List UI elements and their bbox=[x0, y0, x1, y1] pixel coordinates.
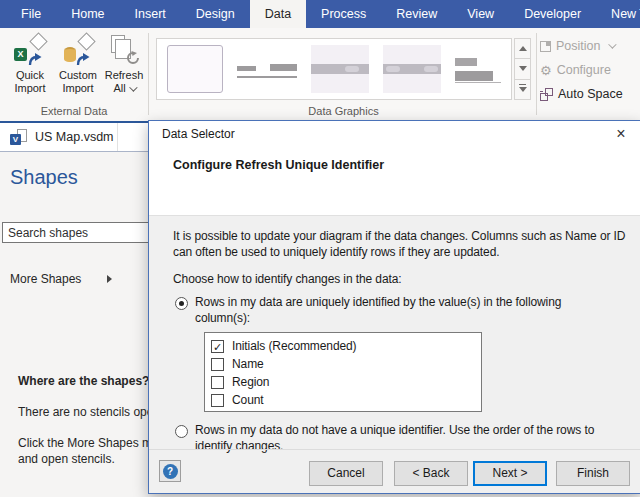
checkbox-icon[interactable] bbox=[211, 394, 224, 407]
auto-space-icon bbox=[540, 88, 553, 101]
gallery-thumbnail[interactable] bbox=[455, 45, 501, 93]
import-arrow-icon bbox=[76, 53, 91, 66]
tab-new-tab[interactable]: New Tab bbox=[596, 0, 640, 28]
app-window: File Home Insert Design Data Process Rev… bbox=[0, 0, 640, 497]
finish-button[interactable]: Finish bbox=[556, 461, 630, 486]
list-item-region[interactable]: Region bbox=[211, 373, 481, 391]
group-separator bbox=[148, 33, 149, 115]
group-separator bbox=[536, 33, 537, 115]
more-arrow-icon bbox=[519, 87, 527, 92]
document-tab[interactable]: V US Map.vsdm bbox=[0, 123, 118, 151]
list-item-count[interactable]: Count bbox=[211, 391, 481, 409]
refresh-all-icon bbox=[108, 34, 140, 66]
tab-developer[interactable]: Developer bbox=[509, 0, 596, 28]
dialog-title: Data Selector bbox=[162, 127, 235, 141]
position-icon bbox=[540, 41, 551, 52]
gallery-scroll-down-button[interactable] bbox=[514, 59, 531, 79]
shapes-help-heading: Where are the shapes? bbox=[18, 374, 153, 388]
gallery-scrollbar bbox=[514, 38, 531, 100]
list-item-name[interactable]: Name bbox=[211, 355, 481, 373]
gallery-thumbnail[interactable] bbox=[167, 45, 223, 93]
tab-file[interactable]: File bbox=[6, 0, 56, 28]
down-arrow-icon bbox=[519, 66, 527, 71]
choose-label: Choose how to identify changes in the da… bbox=[173, 271, 636, 287]
tab-view[interactable]: View bbox=[452, 0, 509, 28]
radio-button-icon[interactable] bbox=[175, 425, 188, 438]
custom-import-button[interactable]: CustomImport bbox=[54, 34, 102, 102]
checkbox-icon[interactable] bbox=[211, 376, 224, 389]
database-icon bbox=[64, 47, 76, 62]
ribbon-tab-bar: File Home Insert Design Data Process Rev… bbox=[0, 0, 640, 28]
close-icon[interactable]: × bbox=[610, 123, 632, 145]
shapes-panel-title: Shapes bbox=[10, 166, 78, 189]
checkbox-icon[interactable] bbox=[211, 358, 224, 371]
right-arrow-icon bbox=[107, 275, 112, 283]
shapes-panel: Shapes More Shapes Where are the shapes?… bbox=[0, 152, 148, 497]
gallery-thumbnail[interactable] bbox=[237, 45, 297, 93]
ribbon: X QuickImport CustomImport RefreshAll Ex… bbox=[0, 28, 640, 121]
quick-import-icon: X bbox=[14, 34, 46, 66]
gallery-scroll-up-button[interactable] bbox=[514, 38, 531, 59]
tab-review[interactable]: Review bbox=[381, 0, 452, 28]
back-button[interactable]: < Back bbox=[394, 461, 468, 486]
tab-process[interactable]: Process bbox=[306, 0, 381, 28]
shapes-help-text: Where are the shapes? There are no stenc… bbox=[18, 374, 153, 466]
tab-design[interactable]: Design bbox=[181, 0, 250, 28]
radio-button-selected-icon[interactable] bbox=[175, 297, 188, 310]
gear-icon: ⚙ bbox=[540, 64, 552, 77]
up-arrow-icon bbox=[519, 46, 527, 51]
search-shapes-input[interactable] bbox=[2, 222, 172, 243]
pages-icon bbox=[111, 35, 125, 53]
auto-space-button[interactable]: Auto Space bbox=[540, 83, 623, 105]
refresh-all-button[interactable]: RefreshAll bbox=[100, 34, 148, 102]
chevron-down-icon bbox=[129, 83, 137, 91]
group-label-external-data: External Data bbox=[0, 105, 148, 119]
help-icon: ? bbox=[163, 464, 178, 479]
radio-unique-columns[interactable]: Rows in my data are uniquely identified … bbox=[173, 294, 636, 326]
column-checkbox-list: ✓ Initials (Recommended) Name Region Cou… bbox=[204, 332, 482, 412]
import-arrow-icon bbox=[28, 53, 43, 66]
tab-insert[interactable]: Insert bbox=[120, 0, 181, 28]
more-shapes-menu[interactable]: More Shapes bbox=[10, 272, 112, 286]
visio-file-icon: V bbox=[10, 129, 27, 145]
data-graphics-gallery bbox=[156, 38, 512, 100]
document-title: US Map.vsdm bbox=[35, 130, 114, 144]
configure-button[interactable]: ⚙ Configure bbox=[540, 59, 611, 81]
next-button[interactable]: Next > bbox=[473, 461, 547, 486]
help-button[interactable]: ? bbox=[159, 460, 181, 482]
data-selector-dialog: Data Selector × Configure Refresh Unique… bbox=[148, 120, 640, 494]
custom-import-icon bbox=[62, 34, 94, 66]
dialog-intro-text: It is possible to update your diagram if… bbox=[173, 228, 636, 260]
group-label-data-graphics: Data Graphics bbox=[156, 105, 531, 119]
gallery-more-button[interactable] bbox=[514, 80, 531, 100]
refresh-icon bbox=[126, 51, 140, 65]
checkbox-checked-icon[interactable]: ✓ bbox=[211, 340, 224, 353]
quick-import-button[interactable]: X QuickImport bbox=[6, 34, 54, 102]
list-item-initials[interactable]: ✓ Initials (Recommended) bbox=[211, 337, 481, 355]
position-button[interactable]: Position bbox=[540, 35, 614, 57]
chevron-down-icon bbox=[609, 40, 617, 48]
cancel-button[interactable]: Cancel bbox=[309, 461, 383, 486]
tab-data[interactable]: Data bbox=[250, 0, 306, 28]
gallery-thumbnail[interactable] bbox=[311, 45, 369, 93]
dialog-heading: Configure Refresh Unique Identifier bbox=[173, 158, 384, 172]
gallery-thumbnail[interactable] bbox=[383, 45, 441, 93]
excel-icon: X bbox=[14, 48, 27, 61]
tab-home[interactable]: Home bbox=[56, 0, 119, 28]
